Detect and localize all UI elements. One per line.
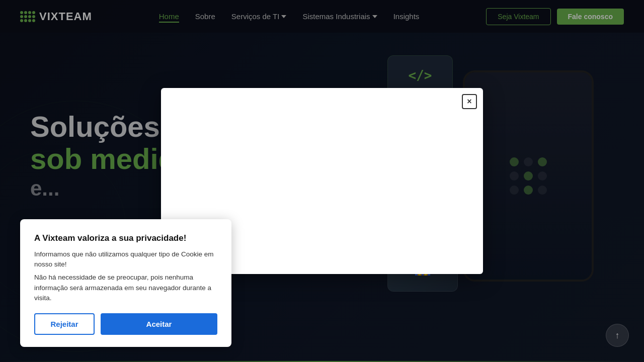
modal-close-button[interactable]: ×	[462, 94, 477, 109]
cookie-text-1: Informamos que não utilizamos qualquer t…	[34, 249, 217, 270]
cookie-banner: A Vixteam valoriza a sua privacidade! In…	[20, 219, 231, 347]
cookie-text-2: Não há necessidade de se preocupar, pois…	[34, 273, 217, 303]
cookie-accept-button[interactable]: Aceitar	[101, 313, 217, 335]
cookie-reject-button[interactable]: Rejeitar	[34, 313, 95, 335]
cookie-buttons: Rejeitar Aceitar	[34, 313, 217, 335]
cookie-title: A Vixteam valoriza a sua privacidade!	[34, 233, 217, 243]
